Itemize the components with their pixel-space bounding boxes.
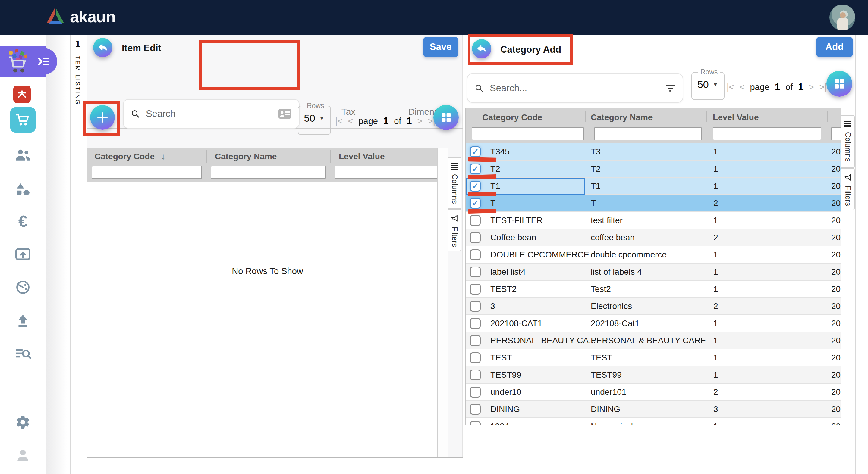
open-document-tab-strip[interactable]: 1 ITEM LISTING [70, 35, 85, 474]
cell-category-name: 202108-Cat1 [591, 318, 640, 328]
sidebar-item-bigledger-app[interactable] [13, 86, 31, 103]
scrollbar-track[interactable] [437, 148, 447, 456]
search-input[interactable] [489, 82, 660, 94]
rows-value: 50 [304, 112, 315, 124]
table-row[interactable]: ✓T2T2120 [466, 161, 841, 178]
table-row[interactable]: under10under101220 [466, 384, 841, 401]
table-row[interactable]: DININGDINING320 [466, 401, 841, 418]
row-checkbox[interactable] [470, 267, 481, 277]
next-page-button[interactable]: > [417, 116, 423, 126]
filter-input-clipped[interactable] [831, 127, 841, 140]
back-button[interactable] [93, 38, 113, 57]
back-button[interactable] [472, 39, 491, 59]
row-checkbox[interactable] [470, 318, 481, 329]
prev-page-button[interactable]: < [739, 82, 744, 92]
side-tab-filters[interactable]: Filters [448, 209, 461, 251]
column-header-level-value[interactable]: Level Value [713, 113, 759, 122]
first-page-button[interactable]: |< [335, 116, 342, 126]
bigledger-app-icon [16, 88, 28, 100]
column-header-category-code[interactable]: Category Code [482, 113, 542, 122]
row-checkbox[interactable] [470, 352, 481, 363]
filter-input-category-code[interactable] [92, 166, 202, 179]
row-checkbox[interactable]: ✓ [470, 164, 481, 174]
row-checkbox[interactable] [470, 284, 481, 295]
table-row[interactable]: PERSONAL_BEAUTY CA...PERSONAL & BEAUTY C… [466, 332, 841, 349]
column-header-category-code[interactable]: Category Code ↓ [95, 152, 165, 161]
side-tab-columns[interactable]: Columns [841, 115, 855, 168]
row-checkbox[interactable] [470, 232, 481, 243]
filter-input-category-name[interactable] [211, 166, 326, 179]
row-checkbox[interactable]: ✓ [470, 146, 481, 157]
add-category-plus-button[interactable] [90, 105, 115, 130]
filter-input-category-code[interactable] [472, 127, 584, 140]
filter-input-level-value[interactable] [335, 166, 442, 179]
side-tab-filters[interactable]: Filters [841, 168, 855, 210]
column-header-category-name[interactable]: Category Name [215, 152, 277, 161]
sidebar-item-catalog[interactable] [14, 181, 31, 198]
category-search[interactable] [467, 73, 683, 103]
row-checkbox[interactable] [470, 404, 481, 415]
cell-category-name: T2 [591, 164, 601, 174]
item-category-search[interactable] [123, 99, 300, 129]
contact-card-icon[interactable] [278, 108, 292, 119]
column-header-level-value[interactable]: Level Value [339, 152, 385, 161]
row-checkbox[interactable] [470, 387, 481, 398]
table-header: Category Code Category Name Level Value [466, 108, 841, 143]
filter-input-category-name[interactable] [594, 127, 702, 140]
row-checkbox[interactable] [470, 421, 481, 425]
brand-name: akaun [70, 7, 116, 26]
table-row[interactable]: ✓T345T3120 [466, 143, 841, 161]
row-checkbox[interactable] [470, 249, 481, 260]
table-row[interactable]: ✓T1T1120 [466, 178, 841, 195]
row-checkbox[interactable]: ✓ [470, 198, 481, 209]
first-page-button[interactable]: |< [727, 82, 734, 92]
row-checkbox[interactable] [470, 301, 481, 312]
sort-desc-icon[interactable]: ↓ [161, 152, 165, 161]
next-page-button[interactable]: > [809, 82, 814, 92]
sidebar-item-contacts[interactable] [14, 146, 31, 163]
sidebar-item-profile[interactable] [14, 447, 31, 464]
user-avatar[interactable] [830, 4, 855, 30]
last-page-button[interactable]: >| [819, 82, 827, 92]
sidebar-item-usage[interactable] [14, 279, 31, 296]
sidebar-item-pos-cart[interactable] [10, 107, 36, 133]
search-input[interactable] [145, 108, 273, 120]
sidebar-item-settings[interactable] [14, 414, 31, 431]
table-row[interactable]: ✓TT220 [466, 195, 841, 212]
row-checkbox[interactable] [470, 215, 481, 226]
table-row[interactable]: Coffee beancoffee bean220 [466, 229, 841, 246]
row-checkbox[interactable]: ✓ [470, 181, 481, 192]
cell-level-value: 1 [713, 284, 718, 294]
table-row[interactable]: TESTTEST120 [466, 349, 841, 367]
cell-category-code: TEST [490, 353, 512, 363]
annotation-underline-checkbox [468, 192, 496, 196]
add-button[interactable]: Add [816, 37, 853, 57]
sidebar-item-search-listing[interactable] [14, 345, 31, 362]
row-checkbox[interactable] [470, 335, 481, 346]
table-row[interactable]: label list4list of labels 4120 [466, 264, 841, 281]
prev-page-button[interactable]: < [348, 116, 353, 126]
table-row[interactable]: 1234New arrivals120 [466, 418, 841, 425]
row-checkbox[interactable] [470, 370, 481, 380]
rows-per-page-select[interactable]: Rows 50 ▼ [298, 102, 331, 135]
page-title: Category Add [500, 44, 561, 55]
grid-view-button[interactable] [827, 71, 852, 97]
table-row[interactable]: TEST99TEST99120 [466, 367, 841, 384]
table-row[interactable]: TEST2Test2120 [466, 281, 841, 298]
save-button[interactable]: Save [423, 37, 458, 57]
table-row[interactable]: 202108-CAT1202108-Cat1120 [466, 315, 841, 332]
filter-input-level-value[interactable] [713, 127, 821, 140]
table-row[interactable]: DOUBLE CPCOMMERCE...double cpcommerce120 [466, 246, 841, 264]
grid-view-button[interactable] [433, 105, 459, 130]
sidebar-item-finance[interactable]: € [14, 213, 31, 230]
back-arrow-icon [476, 44, 487, 53]
table-row[interactable]: 3Electronics220 [466, 298, 841, 315]
sidebar-expand-button[interactable] [31, 48, 57, 75]
sidebar-item-upload[interactable] [14, 312, 31, 329]
side-tab-columns[interactable]: Columns [448, 157, 461, 209]
rows-per-page-select[interactable]: Rows 50 ▼ [691, 68, 724, 100]
column-header-category-name[interactable]: Category Name [591, 113, 652, 122]
table-row[interactable]: TEST-FILTERtest filter120 [466, 212, 841, 229]
filter-list-icon[interactable] [665, 84, 675, 93]
sidebar-item-file-export[interactable] [14, 246, 31, 263]
